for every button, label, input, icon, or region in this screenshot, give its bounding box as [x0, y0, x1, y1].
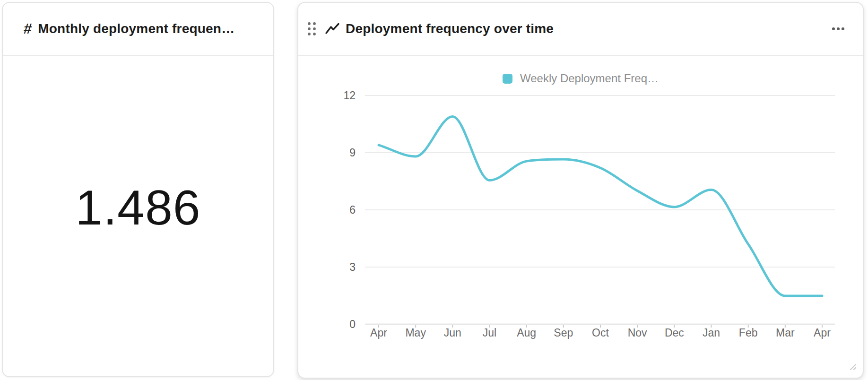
metric-widget-body: 1.486: [3, 56, 273, 377]
metric-widget: # Monthly deployment frequen… 1.486: [2, 2, 274, 377]
dashboard-canvas: # Monthly deployment frequen… 1.486: [0, 0, 868, 380]
y-axis-label: 3: [349, 261, 356, 273]
drag-handle-icon[interactable]: [306, 21, 318, 36]
number-sign-icon: #: [23, 20, 33, 37]
resize-handle-icon[interactable]: [849, 363, 857, 372]
chart-widget-title: Deployment frequency over time: [346, 21, 554, 36]
metric-value: 1.486: [75, 180, 200, 236]
y-axis-label: 9: [349, 147, 356, 159]
x-axis-label: Aug: [517, 327, 536, 339]
x-axis-label: Mar: [776, 327, 795, 339]
x-axis-label: Sep: [554, 327, 573, 339]
y-axis-label: 12: [343, 89, 356, 102]
chart-widget: Deployment frequency over time Weekly De…: [297, 2, 864, 379]
line-chart-plot: 036912AprMayJunJulAugSepOctNovDecJanFebM…: [298, 56, 863, 378]
x-axis-label: Nov: [628, 327, 647, 339]
ellipsis-icon: [831, 26, 846, 32]
x-axis-label: Apr: [814, 327, 831, 339]
y-axis-label: 0: [349, 318, 356, 330]
x-axis-label: Oct: [592, 327, 609, 339]
y-axis-label: 6: [349, 204, 356, 216]
x-axis-label: Feb: [739, 327, 758, 339]
line-chart-icon: [324, 21, 340, 36]
metric-widget-title: Monthly deployment frequen…: [38, 21, 234, 36]
x-axis-label: Jun: [444, 327, 461, 339]
metric-widget-header: # Monthly deployment frequen…: [3, 3, 273, 56]
series-line[interactable]: [379, 116, 822, 296]
x-axis-label: May: [405, 327, 426, 339]
chart-widget-header: Deployment frequency over time: [298, 3, 863, 56]
x-axis-label: Apr: [370, 327, 387, 339]
x-axis-label: Jul: [483, 327, 496, 339]
x-axis-label: Dec: [665, 327, 684, 339]
widget-menu-button[interactable]: [828, 23, 849, 35]
x-axis-label: Jan: [703, 327, 720, 339]
chart-widget-body: Weekly Deployment Freq… 036912AprMayJunJ…: [298, 56, 863, 378]
